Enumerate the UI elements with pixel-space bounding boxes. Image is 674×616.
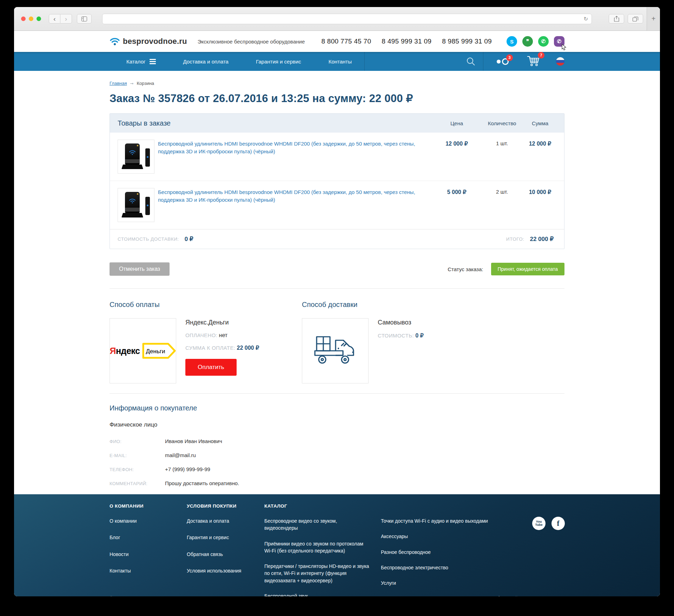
window-controls bbox=[21, 16, 41, 21]
nav-item-warranty[interactable]: Гарантия и сервис bbox=[256, 52, 301, 71]
footer-link[interactable]: Точки доступа Wi-Fi с аудио и видео выхо… bbox=[381, 517, 504, 524]
nav-label: Контанты bbox=[329, 59, 352, 65]
developer-credit[interactable]: Разработка сайта – INTERVOLGA.RU bbox=[485, 595, 564, 596]
order-totals-row: СТОИМОСТЬ ДОСТАВКИ: 0 ₽ ИТОГО: 22 000 ₽ bbox=[110, 229, 564, 249]
footer-link[interactable]: Контакты bbox=[110, 567, 176, 574]
footer-column-title bbox=[381, 503, 504, 509]
compare-icon[interactable]: 3 bbox=[497, 58, 509, 65]
site-logo[interactable]: besprovodnoe.ru bbox=[110, 37, 187, 46]
breadcrumb-arrow-icon: ➞ bbox=[130, 81, 133, 86]
field-label: ТЕЛЕФОН: bbox=[110, 466, 165, 472]
footer-column-company: О КОМПАНИИ О компании Блог Новости Конта… bbox=[110, 503, 176, 584]
footer-column-catalog: КАТАЛОГ Беспроводное видео со звуком, ви… bbox=[264, 503, 370, 596]
payment-section-title: Способ оплаты bbox=[110, 301, 302, 309]
tabs-overview-icon[interactable] bbox=[628, 14, 643, 24]
delivery-section-title: Способ доставки bbox=[302, 301, 424, 309]
footer-link[interactable]: Беспроводное видео со звуком, видеосенде… bbox=[264, 517, 370, 532]
item-quantity: 1 шт. bbox=[481, 140, 523, 174]
back-button[interactable]: ‹ bbox=[49, 14, 60, 24]
column-header-sum: Сумма bbox=[527, 120, 554, 126]
column-header-price: Цена bbox=[436, 120, 477, 126]
site-footer: О КОМПАНИИ О компании Блог Новости Конта… bbox=[14, 494, 660, 596]
sidebar-icon[interactable] bbox=[77, 14, 92, 24]
minimize-window-button[interactable] bbox=[29, 16, 33, 21]
item-sum: 10 000 ₽ bbox=[527, 188, 554, 222]
footer-link[interactable]: Аксессуары bbox=[381, 533, 504, 540]
footer-link[interactable]: Услуги bbox=[381, 580, 504, 587]
youtube-icon[interactable]: YouTube bbox=[532, 517, 546, 530]
product-image bbox=[118, 188, 154, 222]
page-content: Главная ➞ Корзина Заказ № 357826 от 26.0… bbox=[14, 71, 660, 486]
nav-item-catalog[interactable]: Каталог bbox=[126, 52, 156, 71]
product-title-link[interactable]: Беспроводной удлинитель HDMI besprovodno… bbox=[158, 188, 432, 222]
phone-number: 8 800 775 45 70 bbox=[321, 38, 371, 45]
zoom-window-button[interactable] bbox=[37, 16, 41, 21]
total-value: 22 000 ₽ bbox=[530, 235, 554, 243]
field-value: +7 (999) 999-99-99 bbox=[165, 466, 210, 472]
footer-link[interactable]: Условия использования bbox=[187, 567, 260, 574]
field-label: ФИО: bbox=[110, 438, 165, 444]
customer-field-row: E-MAIL: mail@mail.ru bbox=[110, 452, 564, 458]
nav-item-contacts[interactable]: Контанты bbox=[329, 52, 352, 71]
footer-link[interactable]: Обратная связь bbox=[187, 551, 260, 558]
paid-label: ОПЛАЧЕНО: bbox=[185, 332, 217, 338]
footer-link[interactable]: Передатчики / трансляторы HD-видео и зву… bbox=[264, 563, 370, 584]
footer-link[interactable]: Блог bbox=[110, 534, 176, 541]
delivery-method-section: Способ доставки bbox=[302, 301, 424, 383]
footer-link[interactable]: Приёмники видео со звуком по протоколам … bbox=[264, 540, 370, 555]
footer-column-title: УСЛОВИЯ ПОКУПКИ bbox=[187, 503, 260, 509]
forward-button[interactable]: › bbox=[60, 14, 72, 24]
amount-due-value: 22 000 ₽ bbox=[237, 345, 259, 351]
logo-text: besprovodnoe.ru bbox=[123, 37, 187, 46]
panel-title: Товары в заказе bbox=[118, 119, 432, 127]
cancel-order-button[interactable]: Отменить заказ bbox=[110, 262, 170, 276]
search-area[interactable] bbox=[375, 52, 483, 71]
phone-numbers: 8 800 775 45 70 8 495 999 31 09 8 985 99… bbox=[321, 38, 492, 45]
breadcrumb-home-link[interactable]: Главная bbox=[110, 81, 127, 86]
footer-link[interactable]: О компании bbox=[110, 517, 176, 524]
search-icon[interactable] bbox=[466, 57, 475, 66]
facebook-icon[interactable]: f bbox=[551, 517, 565, 530]
cart-icon[interactable]: 7 bbox=[527, 55, 540, 68]
item-sum: 12 000 ₽ bbox=[527, 140, 554, 174]
language-flag-russia[interactable] bbox=[556, 57, 564, 66]
field-label: КОММЕНТАРИЙ: bbox=[110, 480, 165, 486]
footer-link[interactable]: Беспроводное электричество bbox=[381, 564, 504, 571]
new-tab-button[interactable]: + bbox=[647, 7, 660, 31]
delivery-cost-value: 0 ₽ bbox=[415, 333, 424, 339]
footer-link[interactable]: Новости bbox=[110, 551, 176, 558]
nav-item-delivery[interactable]: Доставка и оплата bbox=[183, 52, 229, 71]
site-header: besprovodnoe.ru Эксклюзивное беспроводно… bbox=[14, 31, 660, 52]
footer-link[interactable]: Доставка и оплата bbox=[187, 517, 260, 524]
footer-column-title: О КОМПАНИИ bbox=[110, 503, 176, 509]
customer-type: Физическое лицо bbox=[110, 421, 564, 428]
shipping-cost-label: СТОИМОСТЬ ДОСТАВКИ: bbox=[118, 236, 179, 242]
skype-icon[interactable]: S bbox=[507, 36, 517, 47]
footer-column-terms: УСЛОВИЯ ПОКУПКИ Доставка и оплата Гарант… bbox=[187, 503, 260, 584]
yandex-ya-letter: Я bbox=[110, 346, 116, 356]
share-icon[interactable] bbox=[609, 14, 624, 24]
customer-field-row: ТЕЛЕФОН: +7 (999) 999-99-99 bbox=[110, 466, 564, 472]
product-title-link[interactable]: Беспроводной удлинитель HDMI besprovodno… bbox=[158, 140, 432, 174]
pay-button[interactable]: Оплатить bbox=[185, 359, 237, 376]
order-item-row: Беспроводной удлинитель HDMI besprovodno… bbox=[110, 133, 564, 181]
hangouts-icon[interactable]: ❞ bbox=[522, 36, 533, 47]
whatsapp-icon[interactable]: ✆ bbox=[538, 36, 549, 47]
yandex-money-word: Деньги bbox=[146, 348, 165, 355]
reload-icon[interactable]: ↻ bbox=[583, 16, 588, 22]
mouse-cursor bbox=[562, 44, 567, 51]
yandex-word-rest: ндекс bbox=[116, 346, 140, 356]
phone-number: 8 495 999 31 09 bbox=[382, 38, 431, 45]
close-window-button[interactable] bbox=[21, 16, 26, 21]
footer-link[interactable]: Разное беспроводное bbox=[381, 549, 504, 556]
product-image bbox=[118, 140, 154, 174]
field-label: E-MAIL: bbox=[110, 452, 165, 458]
phone-number: 8 985 999 31 09 bbox=[442, 38, 492, 45]
customer-field-row: КОММЕНТАРИЙ: Прошу доставить оперативно. bbox=[110, 480, 564, 486]
paid-value: нет bbox=[219, 332, 228, 338]
address-bar[interactable]: ↻ bbox=[102, 14, 592, 24]
yandex-money-logo: Яндекс Деньги bbox=[110, 318, 176, 383]
order-item-row: Беспроводной удлинитель HDMI besprovodno… bbox=[110, 181, 564, 229]
amount-due-label: СУММА К ОПЛАТЕ: bbox=[185, 345, 235, 351]
footer-link[interactable]: Гарантия и сервис bbox=[187, 534, 260, 541]
